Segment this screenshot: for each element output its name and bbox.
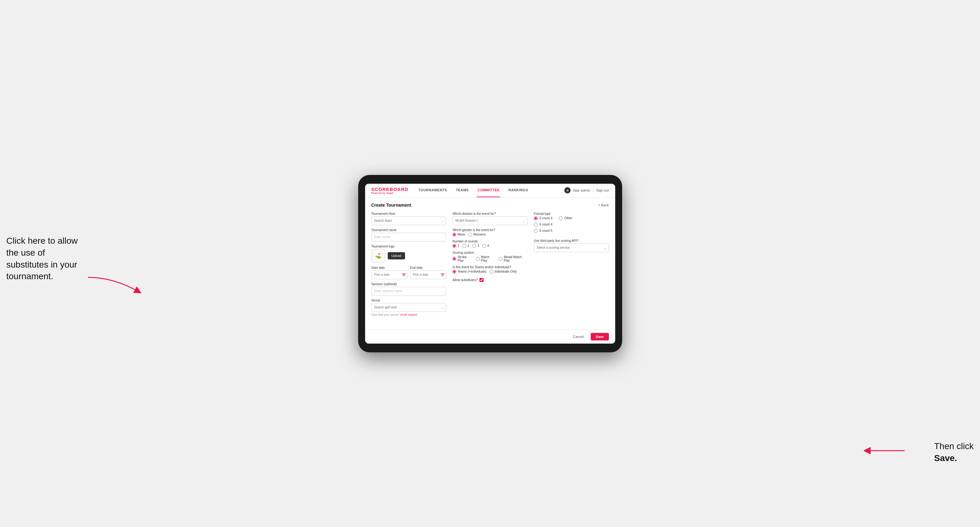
tournament-host-select[interactable]: Search team: [371, 216, 447, 225]
tablet-frame: SCOREBOARD Powered by clippd TOURNAMENTS…: [358, 175, 622, 352]
arrow-left: [85, 274, 142, 299]
division-label: Which division is the event for?: [452, 212, 528, 216]
nav-right: B blair admin | Sign out: [564, 187, 609, 194]
scoring-api-field: Use third-party live scoring API? Select…: [534, 239, 609, 252]
format-6count5-radio[interactable]: [534, 229, 538, 233]
upload-button[interactable]: Upload: [388, 252, 405, 259]
scoring-medal-label[interactable]: Medal Match Play: [499, 256, 528, 262]
rounds-2-label[interactable]: 2: [463, 244, 469, 248]
format-5count4-radio[interactable]: [534, 216, 538, 220]
page-content: Create Tournament Back Tournament Host S…: [365, 198, 615, 329]
scoring-match-label[interactable]: Match Play: [476, 256, 496, 262]
nav-teams[interactable]: TEAMS: [455, 184, 469, 198]
navbar: SCOREBOARD Powered by clippd TOURNAMENTS…: [365, 184, 615, 198]
logo-area: SCOREBOARD Powered by clippd: [371, 187, 409, 194]
gender-label: Which gender is the event for?: [452, 228, 528, 232]
gender-mens-label[interactable]: Mens: [452, 233, 465, 237]
tournament-name-input[interactable]: [371, 233, 447, 241]
back-button[interactable]: Back: [598, 203, 609, 207]
nav-links: TOURNAMENTS TEAMS COMMITTEE RANKINGS: [418, 184, 565, 198]
cancel-button[interactable]: Cancel: [570, 333, 587, 340]
venue-help: Can't find your venue? email support: [371, 313, 447, 316]
rounds-3-radio[interactable]: [472, 244, 476, 248]
sponsor-input[interactable]: [371, 287, 447, 295]
rounds-1-radio[interactable]: [452, 244, 456, 248]
sponsor-label: Sponsor (optional): [371, 283, 447, 286]
rounds-4-label[interactable]: 4: [482, 244, 489, 248]
format-5count4-label[interactable]: 5 count 4: [534, 216, 552, 220]
venue-help-link[interactable]: email support: [400, 313, 417, 316]
nav-divider: |: [593, 189, 593, 192]
substitutes-field: Allow substitutes?: [452, 277, 528, 282]
rounds-2-radio[interactable]: [463, 244, 466, 248]
rounds-label: Number of rounds: [452, 240, 528, 243]
substitutes-label: Allow substitutes?: [452, 278, 477, 282]
scoring-radio-group: Stroke Play Match Play Medal Match Play: [452, 256, 528, 262]
save-button[interactable]: Save: [591, 333, 609, 340]
form-grid: Tournament Host Search team Tournament n…: [371, 212, 609, 316]
substitutes-checkbox[interactable]: [479, 278, 484, 282]
form-col-middle: Which division is the event for? NCAA Di…: [452, 212, 528, 316]
tournament-name-field: Tournament name: [371, 228, 447, 241]
format-label: Format type: [534, 212, 609, 216]
gender-womens-radio[interactable]: [468, 233, 472, 237]
signout-link[interactable]: Sign out: [596, 189, 609, 192]
nav-committee[interactable]: COMMITTEE: [477, 184, 501, 198]
tournament-host-field: Tournament Host Search team: [371, 212, 447, 225]
nav-username: blair admin: [573, 189, 590, 192]
scoring-stroke-radio[interactable]: [452, 257, 456, 261]
logo-placeholder: ⛳: [371, 249, 385, 263]
rounds-1-label[interactable]: 1: [452, 244, 459, 248]
form-col-left: Tournament Host Search team Tournament n…: [371, 212, 447, 316]
tournament-logo-field: Tournament logo ⛳ Upload: [371, 244, 447, 263]
format-6count5-label[interactable]: 6 count 5: [534, 229, 609, 233]
rounds-radio-group: 1 2 3 4: [452, 244, 528, 248]
tablet-screen: SCOREBOARD Powered by clippd TOURNAMENTS…: [365, 184, 615, 344]
tournament-name-label: Tournament name: [371, 228, 447, 232]
division-field: Which division is the event for? NCAA Di…: [452, 212, 528, 225]
format-other-label[interactable]: Other: [558, 216, 572, 220]
start-date-field: Start date 📅: [371, 266, 407, 279]
page-footer: Cancel Save: [365, 329, 615, 344]
tournament-host-label: Tournament Host: [371, 212, 447, 216]
format-6count4-label[interactable]: 6 count 4: [534, 223, 609, 227]
teams-individuals-label[interactable]: Teams (+Individuals): [452, 270, 487, 273]
page-header: Create Tournament Back: [371, 203, 609, 208]
annotation-right: Then click Save.: [934, 440, 974, 464]
gender-womens-label[interactable]: Womens: [468, 233, 486, 237]
start-date-label: Start date: [371, 266, 407, 270]
teams-individuals-radio[interactable]: [452, 270, 456, 273]
individuals-only-label[interactable]: Individuals Only: [490, 270, 517, 273]
rounds-4-radio[interactable]: [482, 244, 486, 248]
venue-select[interactable]: Search golf club: [371, 303, 447, 312]
teams-label: Is this event for Teams and/or Individua…: [452, 265, 528, 269]
format-field: Format type 5 count 4 Other: [534, 212, 609, 233]
rounds-field: Number of rounds 1 2: [452, 240, 528, 248]
end-date-label: End date: [410, 266, 446, 270]
division-select[interactable]: NCAA Division I: [452, 216, 528, 225]
scoring-stroke-label[interactable]: Stroke Play: [452, 256, 473, 262]
scoring-medal-radio[interactable]: [499, 257, 503, 261]
date-row: Start date 📅 End date 📅: [371, 266, 447, 279]
scoring-api-select[interactable]: Select a scoring service: [534, 243, 609, 252]
logo-powered: Powered by clippd: [371, 192, 409, 194]
tournament-host-select-wrap: Search team: [371, 216, 447, 225]
tournament-logo-label: Tournament logo: [371, 244, 447, 248]
arrow-right: [864, 443, 908, 459]
nav-tournaments[interactable]: TOURNAMENTS: [418, 184, 448, 198]
individuals-only-radio[interactable]: [490, 270, 493, 273]
logo-scoreboard: SCOREBOARD: [371, 187, 409, 192]
calendar-icon-start: 📅: [402, 273, 406, 276]
logo-upload-row: ⛳ Upload: [371, 249, 447, 263]
calendar-icon-end: 📅: [441, 273, 444, 276]
rounds-3-label[interactable]: 3: [472, 244, 479, 248]
scoring-api-label: Use third-party live scoring API?: [534, 239, 609, 243]
format-6count4-radio[interactable]: [534, 223, 538, 227]
scoring-label: Scoring system: [452, 251, 528, 254]
nav-rankings[interactable]: RANKINGS: [508, 184, 529, 198]
sponsor-field: Sponsor (optional): [371, 283, 447, 295]
scoring-match-radio[interactable]: [476, 257, 480, 261]
gender-mens-radio[interactable]: [452, 233, 456, 237]
format-other-radio[interactable]: [558, 216, 562, 220]
annotation-left: Click here to allow the use of substitut…: [6, 235, 88, 283]
